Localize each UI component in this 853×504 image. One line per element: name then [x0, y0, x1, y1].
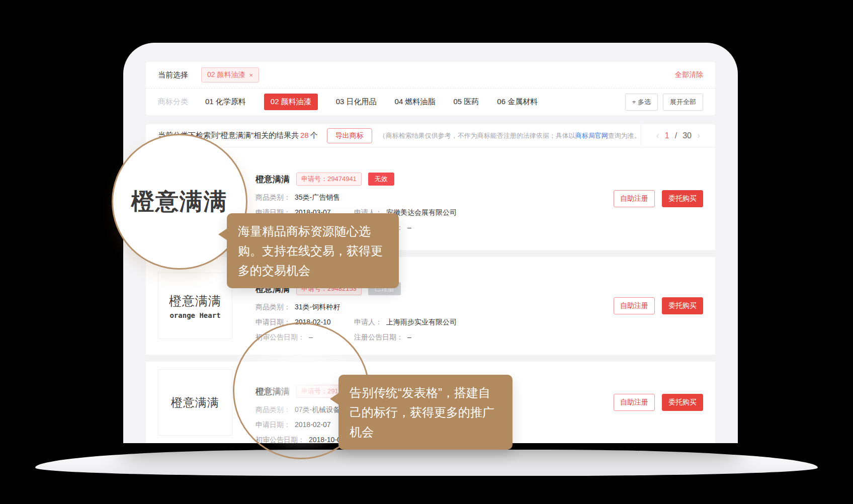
trademark-image-text: 橙意满满: [169, 293, 221, 309]
trademark-image-text: 橙意满满: [171, 395, 219, 410]
category-label: 商标分类: [158, 97, 188, 107]
filter-panel: 当前选择 02 颜料油漆 × 全部清除 商标分类 01 化学原料 02 颜料油漆…: [146, 62, 715, 115]
registration-publication-value: –: [407, 333, 411, 342]
tooltip-marketplace: 海量精品商标资源随心选购。支持在线交易，获得更多的交易机会: [227, 213, 399, 288]
results-header: 当前分类下检索到“橙意满满”相关的结果共28个 导出商标 （商标检索结果仅供参考…: [146, 124, 715, 147]
self-register-button[interactable]: 自助注册: [614, 297, 655, 314]
disclaimer-text: （商标检索结果仅供参考，不作为商标能否注册的法律依据；具体以: [379, 132, 575, 139]
tooltip-promotion: 告别传统“发表格”，搭建自己的标行，获得更多的推广机会: [338, 375, 513, 450]
category-value: 31类-饲料种籽: [295, 303, 340, 312]
laptop-base: [35, 450, 818, 476]
trademark-office-link[interactable]: 商标局官网: [575, 132, 608, 139]
self-register-button[interactable]: 自助注册: [614, 394, 655, 411]
selected-filter-tag-label: 02 颜料油漆: [207, 70, 245, 79]
category-field-label: 商品类别：: [255, 193, 291, 202]
results-count: 28: [300, 131, 309, 139]
clear-all-link[interactable]: 全部清除: [675, 70, 703, 79]
category-field-label: 商品类别：: [255, 303, 291, 312]
entrust-purchase-button[interactable]: 委托购买: [662, 297, 703, 314]
trademark-image-subtext: orange Heart: [169, 311, 220, 319]
status-badge: 无效: [368, 173, 394, 186]
registration-publication-label: 注册公告日期：: [354, 333, 403, 342]
applicant-value: 上海雨步实业有限公司: [386, 318, 457, 327]
application-number-tag: 申请号：29474941: [296, 173, 362, 186]
magnified-trademark-text: 橙意满满: [131, 186, 228, 217]
remove-filter-icon[interactable]: ×: [249, 71, 253, 79]
entrust-purchase-button[interactable]: 委托购买: [662, 190, 703, 207]
category-tabs: 01 化学原料 02 颜料油漆 03 日化用品 04 燃料油脂 05 医药 06…: [205, 94, 538, 110]
current-selection-label: 当前选择: [158, 70, 188, 80]
page-separator: /: [675, 131, 677, 140]
export-trademarks-button[interactable]: 导出商标: [327, 128, 372, 143]
total-pages: 30: [683, 131, 692, 140]
next-page-icon[interactable]: ›: [697, 130, 700, 141]
summary-unit: 个: [310, 131, 318, 139]
tab-05-medicine[interactable]: 05 医药: [453, 97, 479, 107]
tab-02-paint[interactable]: 02 颜料油漆: [264, 94, 318, 110]
registration-publication-value: –: [407, 223, 411, 232]
tab-03-cosmetics[interactable]: 03 日化用品: [336, 97, 377, 107]
current-page: 1: [665, 131, 669, 140]
disclaimer-note: （商标检索结果仅供参考，不作为商标能否注册的法律依据；具体以商标局官网查询为准。…: [379, 131, 641, 140]
trademark-image: 橙意满满: [158, 369, 232, 436]
pagination: ‹ 1 / 30 ›: [641, 124, 715, 147]
category-value: 35类-广告销售: [295, 193, 340, 202]
trademark-name: 橙意满满: [255, 174, 290, 185]
application-number: 29474941: [327, 175, 357, 183]
trademark-image: 橙意满满 orange Heart: [158, 273, 232, 339]
tab-01-chemical[interactable]: 01 化学原料: [205, 97, 246, 107]
prev-page-icon[interactable]: ‹: [656, 130, 659, 141]
row-divider: [146, 355, 715, 362]
application-number-label: 申请号：: [301, 175, 327, 183]
applicant-label: 申请人：: [354, 318, 382, 327]
disclaimer-suffix: 查询为准。）: [608, 132, 641, 139]
tab-04-fuel[interactable]: 04 燃料油脂: [395, 97, 436, 107]
tab-06-metal[interactable]: 06 金属材料: [497, 97, 538, 107]
self-register-button[interactable]: 自助注册: [614, 190, 655, 207]
entrust-purchase-button[interactable]: 委托购买: [662, 394, 703, 411]
multi-select-button[interactable]: + 多选: [625, 94, 658, 111]
selected-filter-tag[interactable]: 02 颜料油漆 ×: [201, 67, 259, 82]
expand-all-button[interactable]: 展开全部: [663, 94, 703, 111]
